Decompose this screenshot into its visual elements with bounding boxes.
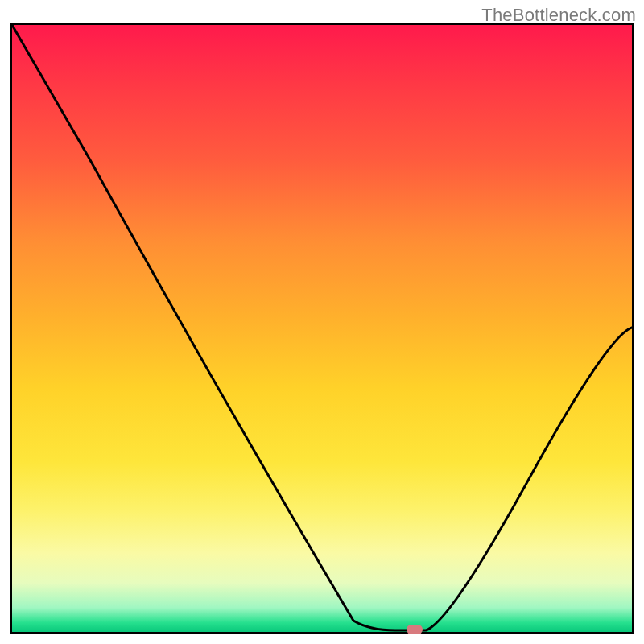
optimal-marker — [407, 625, 423, 634]
chart-container: TheBottleneck.com — [0, 0, 644, 644]
curve-path — [12, 25, 632, 630]
bottleneck-curve — [12, 25, 632, 632]
plot-frame — [10, 23, 634, 634]
plot-area — [12, 25, 632, 632]
